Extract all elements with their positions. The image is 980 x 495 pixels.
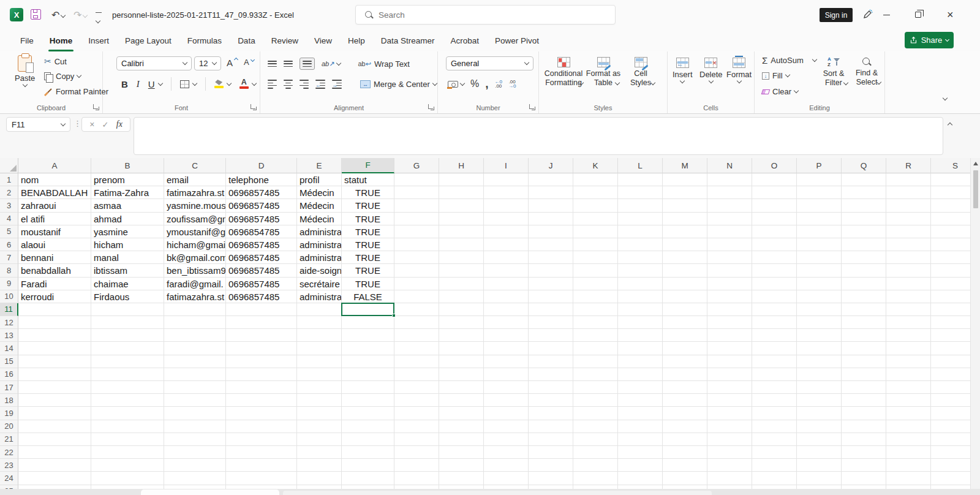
cell-C22[interactable]	[164, 446, 226, 459]
cell-L8[interactable]	[618, 264, 663, 277]
cell-F9[interactable]: TRUE	[342, 278, 394, 290]
alignment-dialog-launcher-icon[interactable]	[428, 104, 434, 110]
cell-I19[interactable]	[484, 407, 529, 420]
cell-N13[interactable]	[707, 329, 752, 342]
cell-E24[interactable]	[297, 472, 342, 485]
cell-P4[interactable]	[797, 213, 842, 225]
cell-J14[interactable]	[529, 342, 573, 355]
cell-G16[interactable]	[394, 368, 439, 381]
cell-F21[interactable]	[342, 433, 394, 446]
cell-R4[interactable]	[886, 213, 931, 225]
orientation-icon[interactable]: ab↗	[322, 60, 334, 68]
row-header-12[interactable]: 12	[0, 316, 18, 329]
cell-P10[interactable]	[797, 290, 842, 303]
cell-D6[interactable]: 0696857485	[226, 238, 297, 251]
cell-H23[interactable]	[439, 459, 484, 472]
cell-J18[interactable]	[529, 394, 573, 407]
cell-E17[interactable]	[297, 381, 342, 394]
excel-logo-icon[interactable]: X	[10, 8, 23, 21]
column-header-Q[interactable]: Q	[842, 158, 886, 173]
column-header-B[interactable]: B	[91, 158, 164, 173]
cell-N6[interactable]	[707, 238, 752, 251]
cell-D17[interactable]	[226, 381, 297, 394]
cell-F19[interactable]	[342, 407, 394, 420]
cell-Q17[interactable]	[842, 381, 886, 394]
chevron-down-icon[interactable]	[226, 80, 231, 85]
cell-N2[interactable]	[707, 186, 752, 199]
cell-I1[interactable]	[484, 173, 529, 186]
cell-I4[interactable]	[484, 213, 529, 225]
cell-C1[interactable]: email	[164, 173, 226, 186]
cell-G23[interactable]	[394, 459, 439, 472]
cell-G2[interactable]	[394, 186, 439, 199]
cell-P18[interactable]	[797, 394, 842, 407]
cell-G11[interactable]	[394, 303, 439, 316]
cell-F10[interactable]: FALSE	[342, 290, 394, 303]
cell-Q11[interactable]	[842, 303, 886, 316]
cell-A20[interactable]	[18, 420, 91, 433]
row-header-16[interactable]: 16	[0, 368, 18, 381]
cell-D22[interactable]	[226, 446, 297, 459]
cell-O16[interactable]	[752, 368, 797, 381]
cell-R21[interactable]	[886, 433, 931, 446]
cell-D20[interactable]	[226, 420, 297, 433]
row-header-7[interactable]: 7	[0, 251, 18, 264]
cell-C23[interactable]	[164, 459, 226, 472]
cell-N16[interactable]	[707, 368, 752, 381]
cell-G4[interactable]	[394, 213, 439, 225]
minimize-button[interactable]	[876, 0, 897, 29]
cell-H16[interactable]	[439, 368, 484, 381]
cell-O19[interactable]	[752, 407, 797, 420]
autosum-button[interactable]: ΣAutoSum	[762, 56, 816, 65]
cell-F1[interactable]: statut	[342, 173, 394, 186]
cell-K1[interactable]	[573, 173, 618, 186]
cell-J19[interactable]	[529, 407, 573, 420]
cell-R2[interactable]	[886, 186, 931, 199]
cell-L19[interactable]	[618, 407, 663, 420]
cell-B17[interactable]	[91, 381, 164, 394]
cell-I9[interactable]	[484, 278, 529, 290]
cell-G1[interactable]	[394, 173, 439, 186]
cell-A17[interactable]	[18, 381, 91, 394]
column-header-H[interactable]: H	[439, 158, 484, 173]
cell-R15[interactable]	[886, 355, 931, 368]
cell-Q8[interactable]	[842, 264, 886, 277]
cell-F18[interactable]	[342, 394, 394, 407]
cell-H14[interactable]	[439, 342, 484, 355]
cell-O17[interactable]	[752, 381, 797, 394]
row-header-10[interactable]: 10	[0, 290, 18, 303]
cell-Q24[interactable]	[842, 472, 886, 485]
formula-bar-collapse-icon[interactable]	[948, 123, 952, 127]
cell-O6[interactable]	[752, 238, 797, 251]
cell-N5[interactable]	[707, 225, 752, 238]
cell-I20[interactable]	[484, 420, 529, 433]
cell-E4[interactable]: Médecin	[297, 213, 342, 225]
cell-I8[interactable]	[484, 264, 529, 277]
cell-Q7[interactable]	[842, 251, 886, 264]
cell-P9[interactable]	[797, 278, 842, 290]
row-header-18[interactable]: 18	[0, 394, 18, 407]
insert-function-icon[interactable]: fx	[116, 119, 123, 129]
cell-A16[interactable]	[18, 368, 91, 381]
cell-D7[interactable]: 0696857485	[226, 251, 297, 264]
cell-I18[interactable]	[484, 394, 529, 407]
cell-I13[interactable]	[484, 329, 529, 342]
cell-C20[interactable]	[164, 420, 226, 433]
cell-A2[interactable]: BENABDALLAH	[18, 186, 91, 199]
column-header-P[interactable]: P	[797, 158, 842, 173]
cell-F20[interactable]	[342, 420, 394, 433]
cell-A23[interactable]	[18, 459, 91, 472]
cell-M24[interactable]	[663, 472, 707, 485]
increase-indent-icon[interactable]: →	[332, 80, 342, 89]
cell-O5[interactable]	[752, 225, 797, 238]
cell-B4[interactable]: ahmad	[91, 213, 164, 225]
cell-F5[interactable]: TRUE	[342, 225, 394, 238]
cell-B8[interactable]: ibtissam	[91, 264, 164, 277]
cell-L1[interactable]	[618, 173, 663, 186]
cell-M23[interactable]	[663, 459, 707, 472]
cell-H1[interactable]	[439, 173, 484, 186]
chevron-down-icon[interactable]	[336, 60, 341, 65]
cell-I15[interactable]	[484, 355, 529, 368]
cell-E15[interactable]	[297, 355, 342, 368]
cell-Q9[interactable]	[842, 278, 886, 290]
